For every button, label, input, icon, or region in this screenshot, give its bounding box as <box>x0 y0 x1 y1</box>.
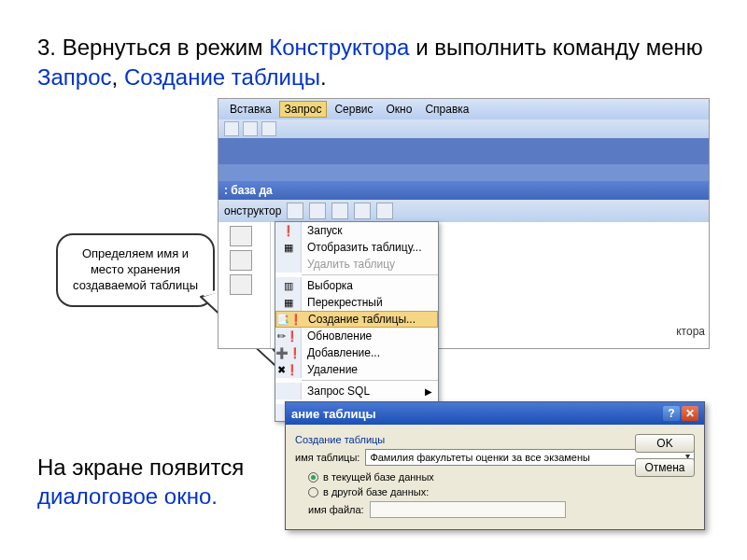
menu-make-table[interactable]: 📑❗Создание таблицы... <box>275 311 438 328</box>
make-table-dialog: ание таблицы ? ✕ Создание таблицы имя та… <box>285 401 705 530</box>
toolbar-icon[interactable] <box>287 203 303 219</box>
side-text: ктора <box>676 325 705 338</box>
delete-icon: ✖❗ <box>277 364 299 376</box>
band <box>218 138 709 164</box>
workspace: ктора ❗Запуск ▦Отобразить таблицу... Уда… <box>218 222 709 348</box>
menu-delete[interactable]: ✖❗Удаление <box>275 361 438 378</box>
file-label: имя файла: <box>308 504 364 515</box>
menu-delete-table: Удалить таблицу <box>275 256 438 273</box>
maketable-icon: 📑❗ <box>276 314 303 326</box>
menu-query[interactable]: Запрос <box>279 101 328 118</box>
append-icon: ➕❗ <box>275 347 302 359</box>
close-button[interactable]: ✕ <box>682 406 698 421</box>
bottom-text: На экране появится диалоговое окно. <box>37 453 244 511</box>
menu-crosstab[interactable]: ▦Перекрестный <box>275 294 438 311</box>
crosstab-icon: ▦ <box>284 297 293 309</box>
select-icon: ▥ <box>284 280 293 292</box>
band <box>218 164 709 181</box>
submenu-arrow-icon: ▶ <box>425 386 432 397</box>
menubar: Вставка Запрос Сервис Окно Справка <box>218 99 709 119</box>
toolbar-icon[interactable] <box>309 203 326 219</box>
toolbar <box>218 119 709 138</box>
toolbar-icon[interactable] <box>354 203 371 219</box>
toolbar-icon[interactable] <box>376 203 393 219</box>
instruction-text: 3. Вернуться в режим Конструктора и выпо… <box>37 33 710 93</box>
help-button[interactable]: ? <box>663 406 680 421</box>
update-icon: ✏❗ <box>277 330 299 343</box>
nav-pane <box>218 222 271 348</box>
menu-window[interactable]: Окно <box>380 101 417 118</box>
menu-sql[interactable]: Запрос SQL▶ <box>275 383 438 399</box>
separator <box>302 380 438 381</box>
table-icon: ▦ <box>284 242 293 254</box>
toolbar-icon[interactable] <box>224 121 239 136</box>
nav-icon[interactable] <box>230 226 252 246</box>
menu-append[interactable]: ➕❗Добавление... <box>275 344 438 361</box>
radio-icon <box>308 472 318 483</box>
nav-icon[interactable] <box>230 274 252 295</box>
menu-run[interactable]: ❗Запуск <box>275 222 438 239</box>
radio-icon <box>308 487 318 497</box>
menu-show-table[interactable]: ▦Отобразить таблицу... <box>275 239 438 256</box>
name-label: имя таблицы: <box>295 452 359 463</box>
access-screenshot: Вставка Запрос Сервис Окно Справка : баз… <box>218 98 710 349</box>
menu-help[interactable]: Справка <box>419 101 474 118</box>
dialog-titlebar: ание таблицы ? ✕ <box>286 402 704 425</box>
designer-label: онструктор <box>224 204 281 217</box>
menu-update[interactable]: ✏❗Обновление <box>275 328 438 344</box>
toolbar-icon[interactable] <box>331 203 348 219</box>
ok-button[interactable]: OK <box>635 434 695 453</box>
menu-select[interactable]: ▥Выборка <box>275 277 438 294</box>
db-titlebar: : база да <box>218 181 709 200</box>
query-dropdown-menu: ❗Запуск ▦Отобразить таблицу... Удалить т… <box>275 221 439 422</box>
menu-insert[interactable]: Вставка <box>224 101 277 118</box>
run-icon: ❗ <box>282 225 295 237</box>
cancel-button[interactable]: Отмена <box>635 458 695 477</box>
file-input <box>370 501 566 518</box>
radio-other-db[interactable]: в другой базе данных: <box>308 486 695 497</box>
toolbar-icon[interactable] <box>243 121 258 136</box>
nav-icon[interactable] <box>230 250 252 271</box>
toolbar-icon[interactable] <box>261 121 276 136</box>
separator <box>302 274 438 275</box>
menu-service[interactable]: Сервис <box>329 101 378 118</box>
lower-toolbar: онструктор <box>218 200 709 222</box>
